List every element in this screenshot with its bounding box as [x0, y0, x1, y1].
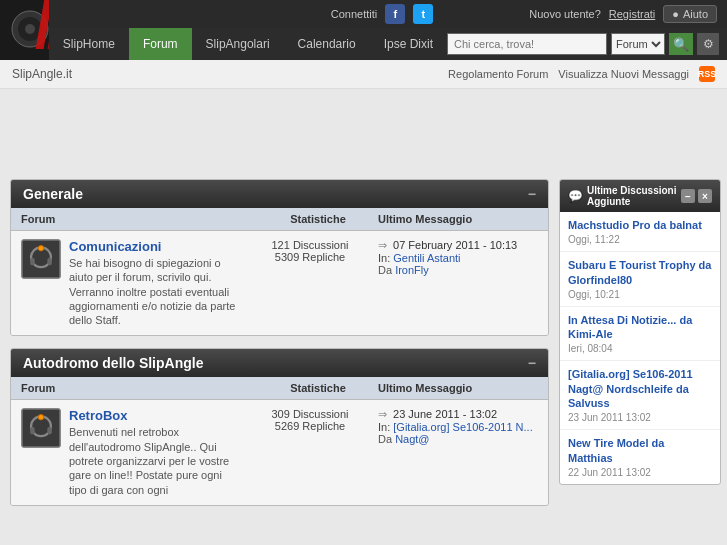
comunicazioni-icon: [21, 239, 61, 279]
svg-rect-9: [30, 258, 35, 265]
retrobox-icon: [21, 408, 61, 448]
sidebar-item-date-0: Oggi, 11:22: [568, 234, 712, 245]
aiuto-button[interactable]: ●Aiuto: [663, 5, 717, 23]
comunicazioni-info: Comunicazioni Se hai bisogno di spiegazi…: [69, 239, 242, 327]
comunicazioni-last-in: In: Gentili Astanti: [378, 252, 538, 264]
sidebar-chat-icon: 💬: [568, 189, 583, 203]
svg-point-11: [38, 246, 43, 251]
svg-rect-10: [47, 258, 52, 265]
nav-sliphome[interactable]: SlipHome: [49, 28, 129, 60]
svg-rect-14: [30, 428, 35, 435]
col-stats-label: Statistiche: [258, 213, 378, 225]
comunicazioni-name[interactable]: Comunicazioni: [69, 239, 242, 254]
sidebar-title: Ultime Discussioni Aggiunte: [587, 185, 677, 207]
logo-area: Slip angle .it Il sito dei Piloti Italia…: [0, 0, 49, 60]
retrobox-in-link[interactable]: [Gitalia.org] Se106-2011 N...: [393, 421, 532, 433]
header: Slip angle .it Il sito dei Piloti Italia…: [0, 0, 727, 60]
sidebar-header-controls: − ×: [681, 189, 712, 203]
forum-row-retrobox: RetroBox Benvenuti nel retrobox dell'aut…: [11, 400, 548, 504]
retrobox-da-link[interactable]: Nagt@: [395, 433, 429, 445]
retrobox-info: RetroBox Benvenuti nel retrobox dell'aut…: [69, 408, 242, 496]
sidebar-item-4: New Tire Model da Matthias 22 Jun 2011 1…: [560, 430, 720, 484]
col-stats-label-2: Statistiche: [258, 382, 378, 394]
search-area: Forum 🔍 ⚙: [447, 33, 727, 55]
sidebar-item-date-4: 22 Jun 2011 13:02: [568, 467, 712, 478]
section-autodromo-title: Autodromo dello SlipAngle: [23, 355, 203, 371]
retrobox-desc: Benvenuti nel retrobox dell'autodromo Sl…: [69, 425, 242, 496]
sidebar-header: 💬 Ultime Discussioni Aggiunte − ×: [560, 180, 720, 212]
sidebar-item-2: In Attesa Di Notizie... da Kimi-Ale Ieri…: [560, 307, 720, 362]
sidebar-item-0: Machstudio Pro da balnat Oggi, 11:22: [560, 212, 720, 252]
col-forum-label-2: Forum: [21, 382, 258, 394]
breadcrumb-home[interactable]: SlipAngle.it: [12, 67, 72, 81]
regolamento-forum-link[interactable]: Regolamento Forum: [448, 68, 548, 80]
col-last-label-2: Ultimo Messaggio: [378, 382, 538, 394]
sidebar-header-left: 💬 Ultime Discussioni Aggiunte: [568, 185, 677, 207]
retrobox-discussioni: 309 Discussioni: [250, 408, 370, 420]
forum-table-header-generale: Forum Statistiche Ultimo Messaggio: [11, 208, 548, 231]
sidebar: 💬 Ultime Discussioni Aggiunte − × Machst…: [559, 169, 727, 528]
sidebar-item-title-3[interactable]: [Gitalia.org] Se106-2011 Nagt@ Nordschle…: [568, 367, 712, 410]
sidebar-item-title-0[interactable]: Machstudio Pro da balnat: [568, 218, 712, 232]
breadcrumb-bar: SlipAngle.it Regolamento Forum Visualizz…: [0, 60, 727, 89]
comunicazioni-da-link[interactable]: IronFly: [395, 264, 429, 276]
retrobox-stats: 309 Discussioni 5269 Repliche: [250, 408, 370, 432]
connetti-label: Connettiti: [331, 8, 377, 20]
forum-table-header-autodromo: Forum Statistiche Ultimo Messaggio: [11, 377, 548, 400]
sidebar-item-date-3: 23 Jun 2011 13:02: [568, 412, 712, 423]
header-right: Connettiti f t Nuovo utente? Registrati …: [49, 0, 727, 60]
comunicazioni-desc: Se hai bisogno di spiegazioni o aiuto pe…: [69, 256, 242, 327]
registrati-link[interactable]: Registrati: [609, 8, 655, 20]
comunicazioni-in-link[interactable]: Gentili Astanti: [393, 252, 460, 264]
section-generale: Generale − Forum Statistiche Ultimo Mess…: [10, 179, 549, 336]
sidebar-item-title-4[interactable]: New Tire Model da Matthias: [568, 436, 712, 465]
sidebar-item-title-2[interactable]: In Attesa Di Notizie... da Kimi-Ale: [568, 313, 712, 342]
main-content: Generale − Forum Statistiche Ultimo Mess…: [0, 169, 727, 528]
comunicazioni-last-da: Da IronFly: [378, 264, 538, 276]
visualizza-nuovi-link[interactable]: Visualizza Nuovi Messaggi: [558, 68, 689, 80]
forum-row-comunicazioni: Comunicazioni Se hai bisogno di spiegazi…: [11, 231, 548, 335]
forum-area: Generale − Forum Statistiche Ultimo Mess…: [0, 169, 559, 528]
nav-slipangolari[interactable]: SlipAngolari: [192, 28, 284, 60]
last-message-icon-2: ⇒: [378, 408, 387, 420]
nav-calendario[interactable]: Calendario: [284, 28, 370, 60]
section-autodromo-toggle[interactable]: −: [528, 355, 536, 371]
search-button[interactable]: 🔍: [669, 33, 693, 55]
nuovo-utente-label: Nuovo utente?: [529, 8, 601, 20]
rss-icon[interactable]: RSS: [699, 66, 715, 82]
retrobox-last-date: ⇒ 23 June 2011 - 13:02: [378, 408, 538, 421]
comunicazioni-icon-svg: [23, 241, 59, 277]
section-generale-toggle[interactable]: −: [528, 186, 536, 202]
nav-forum[interactable]: Forum: [129, 28, 192, 60]
retrobox-repliche: 5269 Repliche: [250, 420, 370, 432]
sidebar-minimize-btn[interactable]: −: [681, 189, 695, 203]
comunicazioni-repliche: 5309 Repliche: [250, 251, 370, 263]
facebook-icon[interactable]: f: [385, 4, 405, 24]
sidebar-item-date-1: Oggi, 10:21: [568, 289, 712, 300]
svg-point-16: [38, 415, 43, 420]
retrobox-last: ⇒ 23 June 2011 - 13:02 In: [Gitalia.org]…: [378, 408, 538, 445]
sidebar-item-date-2: Ieri, 08:04: [568, 343, 712, 354]
sidebar-item-1: Subaru E Tourist Trophy da Glorfindel80 …: [560, 252, 720, 307]
retrobox-last-da: Da Nagt@: [378, 433, 538, 445]
search-scope-select[interactable]: Forum: [611, 33, 665, 55]
comunicazioni-last: ⇒ 07 February 2011 - 10:13 In: Gentili A…: [378, 239, 538, 276]
section-autodromo-header: Autodromo dello SlipAngle −: [11, 349, 548, 377]
col-forum-label: Forum: [21, 213, 258, 225]
sidebar-item-3: [Gitalia.org] Se106-2011 Nagt@ Nordschle…: [560, 361, 720, 430]
ad-area: [0, 89, 727, 169]
search-input[interactable]: [447, 33, 607, 55]
sidebar-item-title-1[interactable]: Subaru E Tourist Trophy da Glorfindel80: [568, 258, 712, 287]
sidebar-box: 💬 Ultime Discussioni Aggiunte − × Machst…: [559, 179, 721, 485]
navbar: SlipHome Forum SlipAngolari Calendario I…: [49, 28, 727, 60]
comunicazioni-stats: 121 Discussioni 5309 Repliche: [250, 239, 370, 263]
comunicazioni-discussioni: 121 Discussioni: [250, 239, 370, 251]
retrobox-name[interactable]: RetroBox: [69, 408, 242, 423]
last-message-icon: ⇒: [378, 239, 387, 251]
settings-button[interactable]: ⚙: [697, 33, 719, 55]
nav-ipse-dixit[interactable]: Ipse Dixit: [370, 28, 447, 60]
connetti-bar: Connettiti f t Nuovo utente? Registrati …: [49, 0, 727, 28]
section-autodromo: Autodromo dello SlipAngle − Forum Statis…: [10, 348, 549, 505]
twitter-icon[interactable]: t: [413, 4, 433, 24]
sidebar-close-btn[interactable]: ×: [698, 189, 712, 203]
